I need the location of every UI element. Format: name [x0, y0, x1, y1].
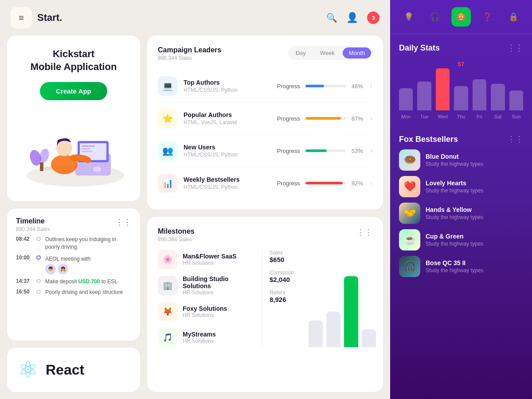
menu-icon: ≡	[19, 13, 24, 23]
list-item: 🦊 Foxy Solutions HR Solutions	[158, 302, 255, 321]
timeline-dot	[36, 279, 41, 283]
list-item: 🌸 Man&Flower SaaS HR Solutions	[158, 250, 255, 269]
chart-bar	[399, 88, 413, 110]
daily-stats-section: Daily Stats ⋮⋮ 57 Mon Tue Wed Thu	[390, 34, 532, 127]
daily-stats-header: Daily Stats ⋮⋮	[399, 43, 523, 53]
chart-bar	[491, 84, 505, 110]
svg-point-15	[462, 16, 463, 17]
progress-bar-wrap	[305, 149, 346, 152]
list-item[interactable]: 🎧 Bose QC 35 II Study the highway types	[399, 256, 523, 277]
list-item[interactable]: ❤️ Lovely Hearts Study the highway types	[399, 176, 523, 197]
logo-box: ≡	[11, 7, 32, 28]
tab-day[interactable]: Day	[289, 47, 312, 59]
ms-icon: 🏢	[158, 276, 177, 295]
progress-bar-wrap	[305, 182, 346, 184]
react-card: ⚛ React	[7, 348, 140, 392]
chart-bar	[362, 329, 376, 347]
chart-bar-col: Sat	[491, 84, 505, 119]
chart-bar	[326, 312, 340, 347]
stat-commission: Comission $2,040	[270, 270, 294, 283]
milestones-menu[interactable]: ⋮⋮	[356, 227, 372, 237]
timeline-title: Timeline	[16, 217, 50, 225]
timeline-item: 08:42 Outlines keep you indulging in poo…	[16, 236, 131, 251]
timeline-menu[interactable]: ⋮⋮	[115, 217, 131, 227]
timeline-item: 10:00 AEOL meeting with 👦 👧	[16, 254, 131, 274]
logo-text: Start.	[37, 12, 62, 23]
table-row: 📊 Weekly Bestsellers HTML/CSS/JS, Python…	[158, 167, 372, 199]
chart-bar-col: Fri	[473, 79, 486, 119]
timeline-item: 16:50 Poorly driving and keep structure	[16, 289, 131, 296]
list-item: 🎵 MyStreams HR Solutions	[158, 328, 255, 347]
sidebar-top-nav: 💡 🎧 ❓ 🔒	[390, 0, 532, 34]
user-icon[interactable]: 👤	[346, 12, 358, 23]
bar-chart: Mon Tue Wed Thu Fri Sat	[399, 70, 523, 123]
fox-bestsellers-list: 🍩 Blue Donut Study the highway types ❤️ …	[399, 149, 523, 277]
row-info: New Users HTML/CSS/JS, Python	[184, 144, 277, 158]
list-item[interactable]: 🤝 Hands & Yellow Study the highway types	[399, 203, 523, 224]
ms-info: Man&Flower SaaS HR Solutions	[183, 253, 236, 266]
campaign-card: Campaign Leaders 890,344 Sales Day Week …	[147, 35, 383, 210]
row-arrow[interactable]: ›	[370, 179, 372, 187]
milestones-card: Milestones 890,344 Sales ⋮⋮ 🌸 Man&Flower…	[147, 217, 383, 392]
chart-bar-col: Tue	[417, 82, 431, 119]
ms-info: Building Studio Solutions HR Solutions	[183, 275, 255, 296]
notification-badge[interactable]: 3	[367, 12, 379, 24]
ms-info: Foxy Solutions HR Solutions	[183, 305, 227, 318]
list-item[interactable]: 🍩 Blue Donut Study the highway types	[399, 149, 523, 171]
left-column: Kickstart Mobile Application Create App	[7, 35, 140, 392]
create-app-button[interactable]: Create App	[40, 82, 107, 100]
milestones-content: 🌸 Man&Flower SaaS HR Solutions 🏢 Buildin…	[158, 250, 372, 347]
product-info: Hands & Yellow Study the highway types	[426, 206, 483, 220]
chart-bar	[344, 276, 358, 347]
illustration	[18, 109, 129, 189]
product-info: Blue Donut Study the highway types	[426, 153, 483, 167]
react-label: React	[46, 362, 84, 378]
timeline-card: Timeline 890,344 Sales ⋮⋮ 08:42 Outlines…	[7, 208, 140, 340]
header-actions: 🔍 👤 3	[326, 12, 379, 24]
row-arrow[interactable]: ›	[370, 114, 372, 122]
progress-bar-wrap	[305, 85, 346, 87]
sidebar-nav-lock[interactable]: 🔒	[504, 7, 523, 27]
campaign-header: Campaign Leaders 890,344 Sales Day Week …	[158, 46, 372, 61]
product-thumbnail: ❤️	[399, 176, 420, 197]
chart-bar	[454, 86, 468, 110]
main-content: Kickstart Mobile Application Create App	[0, 35, 390, 399]
row-icon-new-users: 👥	[158, 141, 177, 160]
timeline-dot	[36, 289, 41, 294]
sidebar-nav-bulb[interactable]: 💡	[399, 7, 419, 27]
row-progress: Progress 46%	[277, 83, 366, 90]
chart-bar-accent	[436, 68, 450, 110]
fox-bestsellers-title: Fox Bestsellers	[399, 135, 458, 144]
table-row: ⭐ Popular Authors HTML, VueJS, Laravel P…	[158, 102, 372, 135]
sidebar-nav-question[interactable]: ❓	[477, 7, 497, 27]
row-arrow[interactable]: ›	[370, 147, 372, 155]
ms-info: MyStreams HR Solutions	[183, 331, 216, 344]
kickstart-card: Kickstart Mobile Application Create App	[7, 35, 140, 201]
daily-stats-menu[interactable]: ⋮⋮	[507, 43, 523, 53]
fox-bestsellers-menu[interactable]: ⋮⋮	[507, 134, 523, 144]
stat-sales: Sales $650	[270, 250, 294, 263]
progress-rows: 💻 Top Authors HTML/CSS/JS, Python Progre…	[158, 70, 372, 199]
row-icon-weekly: 📊	[158, 173, 177, 193]
daily-stats-title: Daily Stats	[399, 43, 440, 53]
progress-bar	[305, 85, 324, 87]
tab-month[interactable]: Month	[343, 47, 371, 59]
search-icon[interactable]: 🔍	[326, 12, 337, 23]
row-arrow[interactable]: ›	[370, 82, 372, 90]
tab-week[interactable]: Week	[314, 47, 341, 59]
product-thumbnail: 🎧	[399, 256, 420, 277]
campaign-tabs: Day Week Month	[288, 46, 372, 60]
milestones-title: Milestones	[158, 227, 195, 235]
sidebar-nav-headphones[interactable]: 🎧	[425, 7, 445, 27]
sidebar-nav-fox[interactable]	[451, 7, 471, 27]
svg-rect-6	[82, 148, 90, 149]
progress-bar	[305, 149, 327, 152]
svg-rect-13	[93, 167, 101, 172]
chart-bar	[417, 82, 431, 110]
list-item[interactable]: ☕ Cup & Green Study the highway types	[399, 229, 523, 250]
right-column: Campaign Leaders 890,344 Sales Day Week …	[147, 35, 383, 392]
milestones-chart	[301, 250, 372, 347]
chart-bar-col: Wed	[436, 68, 450, 119]
timeline-dot	[36, 255, 41, 260]
product-info: Lovely Hearts Study the highway types	[426, 180, 483, 194]
